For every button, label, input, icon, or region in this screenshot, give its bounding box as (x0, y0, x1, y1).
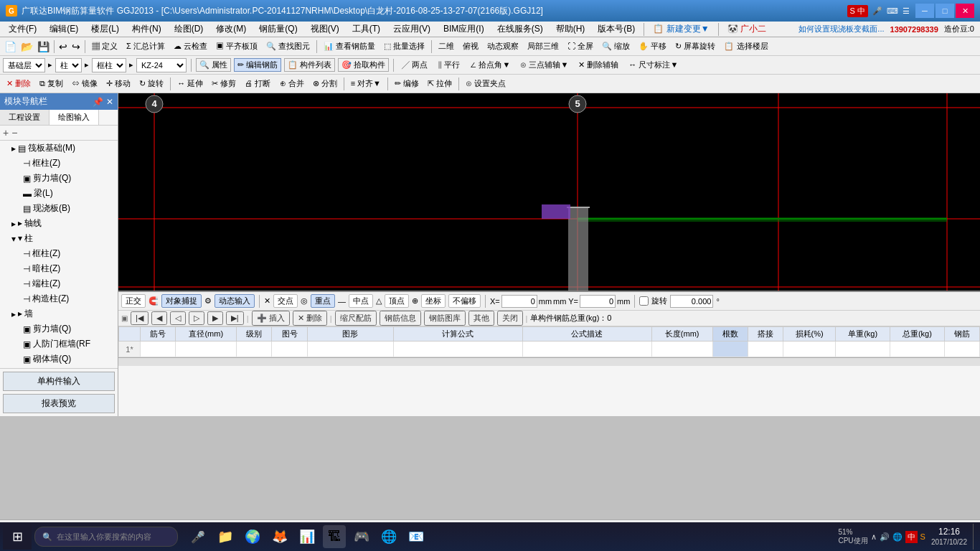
insert-button[interactable]: ➕ 插入 (252, 311, 290, 326)
nav-prev[interactable]: ◀ (151, 311, 167, 325)
print-button[interactable]: 🖨 打断 (241, 77, 274, 90)
rotate-input[interactable] (670, 295, 713, 308)
tree-item-end-col[interactable]: ⊣ 端柱(Z) (0, 276, 118, 291)
cell-unitw[interactable] (836, 342, 890, 357)
horizontal-scrollbar[interactable] (118, 357, 980, 366)
rebar-close-button[interactable]: 关闭 (497, 311, 523, 326)
tray-arrow[interactable]: ∧ (871, 532, 877, 542)
element-list-button[interactable]: 📋 构件列表 (284, 58, 335, 72)
cell-loss[interactable] (783, 342, 836, 357)
menu-rebar[interactable]: 钢筋量(Q) (253, 22, 303, 37)
taskbar-icon-files[interactable]: 📁 (214, 525, 237, 548)
tree-item-raft[interactable]: ▸ ▤ 筏板基础(M) (0, 141, 118, 156)
calc-button[interactable]: Σ 汇总计算 (123, 39, 169, 53)
ortho-button[interactable]: 正交 (121, 294, 146, 308)
minimize-button[interactable]: ─ (915, 4, 934, 18)
nav-prev-p[interactable]: ◁ (170, 311, 186, 325)
scale-rebar-button[interactable]: 缩尺配筋 (335, 311, 377, 326)
rebar-lib-button[interactable]: 钢筋图库 (424, 311, 466, 326)
x-input[interactable] (501, 295, 537, 308)
dynamic-obs-button[interactable]: 动态观察 (484, 39, 522, 53)
nav-first[interactable]: |◀ (131, 311, 149, 325)
nav-next-p[interactable]: ▷ (189, 311, 204, 325)
midpoint-button[interactable]: 重点 (311, 294, 335, 308)
pick-element-button[interactable]: 🎯 拾取构件 (338, 58, 389, 72)
y-input[interactable] (580, 295, 616, 308)
sogou-settings[interactable]: ☰ (903, 6, 910, 16)
tree-item-col-group[interactable]: ▾ ▾ 柱 (0, 231, 118, 246)
element-select[interactable]: KZ-24 (136, 58, 187, 72)
zoom-button[interactable]: 🔍 缩放 (598, 39, 633, 53)
tree-item-frame-col[interactable]: ⊣ 框柱(Z) (0, 246, 118, 261)
canvas-area[interactable]: 4 5 Y X (118, 93, 980, 291)
menu-bim[interactable]: BIM应用(I) (438, 22, 490, 37)
save-icon[interactable]: 💾 (36, 41, 51, 52)
tray-input-cn[interactable]: 中 (905, 531, 918, 543)
tree-item-slab[interactable]: ▤ 现浇板(B) (0, 201, 118, 216)
select-floor-button[interactable]: 📋 选择楼层 (720, 39, 771, 53)
tray-time[interactable]: 12:16 2017/10/22 (931, 527, 967, 547)
menu-draw[interactable]: 绘图(D) (169, 22, 209, 37)
rotate-checkbox[interactable] (639, 296, 649, 306)
taskbar-icon-ie[interactable]: 🌍 (241, 525, 264, 548)
cell-shape[interactable] (307, 342, 393, 357)
open-icon[interactable]: 📂 (19, 41, 34, 52)
show-desktop[interactable] (973, 524, 977, 550)
taskbar-icon-app5[interactable]: 📧 (405, 525, 428, 548)
view-rebar-button[interactable]: 📊 查看钢筋量 (320, 39, 379, 53)
tree-item-wall-group[interactable]: ▸ ▸ 墙 (0, 306, 118, 321)
tree-item-shear[interactable]: ▣ 剪力墙(Q) (0, 171, 118, 186)
tree-item-struct-col[interactable]: ⊣ 构造柱(Z) (0, 291, 118, 306)
maximize-button[interactable]: □ (936, 4, 954, 18)
cell-grade[interactable] (237, 342, 272, 357)
rebar-info-button[interactable]: 钢筋信息 (380, 311, 421, 326)
menu-tools[interactable]: 工具(T) (347, 22, 386, 37)
nav-next[interactable]: ▶ (207, 311, 223, 325)
tree-item-beam[interactable]: ▬ 梁(L) (0, 186, 118, 201)
menu-modify[interactable]: 修改(M) (210, 22, 252, 37)
single-element-input-button[interactable]: 单构件输入 (3, 372, 115, 391)
menu-layer[interactable]: 楼层(L) (85, 22, 125, 37)
fullscreen-button[interactable]: ⛶ 全屏 (564, 39, 597, 53)
layer-select[interactable]: 基础层 (3, 58, 45, 72)
undo-icon[interactable]: ↩ (57, 41, 69, 52)
screen-rotate-button[interactable]: ↻ 屏幕旋转 (672, 39, 719, 53)
mirror-button[interactable]: ⇔ 镜像 (68, 77, 101, 90)
dynamic-input-button[interactable]: 动态输入 (215, 294, 255, 308)
cloud-check-button[interactable]: ☁ 云检查 (170, 39, 211, 53)
cell-dia[interactable] (176, 342, 237, 357)
taskbar-icon-app2[interactable]: 🏗 (323, 525, 346, 548)
keyboard-icon[interactable]: ⌨ (887, 6, 898, 16)
top-view-button[interactable]: 俯视 (459, 39, 482, 53)
tray-volume[interactable]: 🔊 (880, 532, 890, 542)
taskbar-icon-app1[interactable]: 📊 (296, 525, 319, 548)
cell-barno[interactable] (141, 342, 176, 357)
redo-icon[interactable]: ↪ (70, 41, 82, 52)
move-button[interactable]: ✛ 移动 (103, 77, 134, 90)
other-button[interactable]: 其他 (468, 311, 494, 326)
center-button[interactable]: 中点 (349, 294, 373, 308)
help-link[interactable]: 如何设置现浇板变截面... (798, 24, 884, 34)
local-3d-button[interactable]: 局部三维 (524, 39, 562, 53)
mic-icon[interactable]: 🎤 (872, 6, 882, 16)
intersection-button[interactable]: 交点 (273, 294, 298, 308)
delete-button[interactable]: ✕ 删除 (3, 77, 34, 90)
taskbar-icon-app4[interactable]: 🌐 (377, 525, 400, 548)
dim-button[interactable]: ↔ 尺寸标注▼ (625, 58, 682, 72)
cell-count[interactable] (712, 342, 748, 357)
tree-item-dark-col[interactable]: ⊣ 暗柱(Z) (0, 261, 118, 276)
pan-button[interactable]: ✋ 平移 (635, 39, 670, 53)
sidebar-pin[interactable]: 📌 (93, 97, 103, 107)
edit2-button[interactable]: ✏ 编修 (391, 77, 423, 90)
split-button[interactable]: ⊗ 分割 (309, 77, 341, 90)
rotate-button[interactable]: ↻ 旋转 (136, 77, 167, 90)
cell-rebar[interactable] (944, 342, 979, 357)
coord-button[interactable]: 坐标 (421, 294, 446, 308)
tray-network[interactable]: 🌐 (892, 532, 903, 542)
three-point-button[interactable]: ⊙ 三点辅轴▼ (517, 58, 572, 72)
object-snap-button[interactable]: 对象捕捉 (161, 294, 202, 308)
parallel-button[interactable]: ∥ 平行 (434, 58, 463, 72)
props-button[interactable]: 🔍 属性 (196, 58, 231, 72)
menu-file[interactable]: 文件(F) (3, 22, 42, 37)
sidebar-tab-drawing[interactable]: 绘图输入 (50, 110, 99, 125)
